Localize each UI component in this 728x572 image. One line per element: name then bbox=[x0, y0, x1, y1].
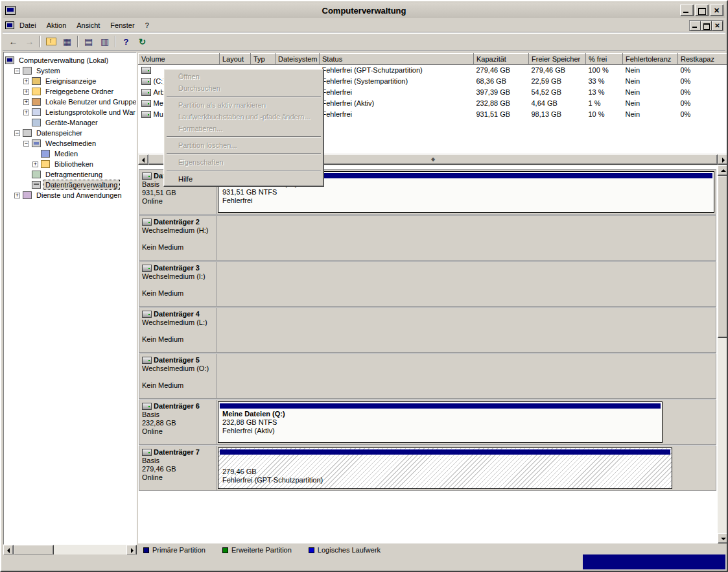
menu-item-oeffnen[interactable]: Öffnen bbox=[165, 71, 322, 82]
mdi-close-button[interactable] bbox=[712, 21, 723, 30]
expand-icon[interactable] bbox=[23, 110, 29, 115]
scrollbar-thumb[interactable] bbox=[718, 176, 728, 338]
show-hide-tree-icon[interactable] bbox=[60, 34, 75, 49]
disk-row-3[interactable]: Datenträger 3 Wechselmedium (I:) Kein Me… bbox=[139, 261, 716, 307]
menu-fenster[interactable]: Fenster bbox=[105, 19, 139, 31]
disk-state: Kein Medium bbox=[142, 243, 213, 252]
disk-info-box[interactable]: Datenträger 4 Wechselmedium (L:) Kein Me… bbox=[139, 308, 217, 352]
disk-pane-vertical-scrollbar[interactable] bbox=[718, 165, 728, 543]
tree-item-datentraegerverwaltung[interactable]: Datenträgerverwaltung bbox=[4, 180, 136, 190]
disk-partition-area bbox=[217, 216, 716, 260]
col-status[interactable]: Status bbox=[320, 54, 474, 65]
tree-item-freigegebene-ordner[interactable]: Freigegebene Ordner bbox=[4, 86, 136, 97]
tree-item-defragmentierung[interactable]: Defragmentierung bbox=[4, 169, 136, 180]
restore-button[interactable] bbox=[695, 5, 709, 16]
scroll-right-icon[interactable] bbox=[126, 545, 137, 555]
disk-row-5[interactable]: Datenträger 5 Wechselmedium (O:) Kein Me… bbox=[139, 353, 716, 399]
tree-item-medien[interactable]: Medien bbox=[4, 149, 136, 159]
menu-item-hilfe[interactable]: Hilfe bbox=[165, 173, 322, 185]
menu-item-formatieren[interactable]: Formatieren... bbox=[165, 123, 322, 134]
menu-datei[interactable]: Datei bbox=[14, 19, 41, 31]
scroll-right-icon[interactable] bbox=[718, 154, 728, 165]
removable-media-icon bbox=[32, 139, 41, 147]
disk-row-6[interactable]: Datenträger 6 Basis 232,88 GB Online Mei… bbox=[139, 399, 716, 445]
tree-item-lokale-benutzer[interactable]: Lokale Benutzer und Gruppe bbox=[4, 97, 136, 107]
menu-item-durchsuchen[interactable]: Durchsuchen bbox=[165, 82, 322, 94]
up-level-icon[interactable] bbox=[43, 34, 58, 49]
volume-kapazitaet: 279,46 GB bbox=[474, 65, 529, 76]
expand-icon[interactable] bbox=[23, 78, 29, 84]
scroll-up-icon[interactable] bbox=[718, 165, 728, 176]
scroll-down-icon[interactable] bbox=[718, 533, 728, 543]
col-freier-speicher[interactable]: Freier Speicher bbox=[529, 54, 586, 65]
forward-icon[interactable] bbox=[22, 34, 37, 49]
volume-fehlertoleranz: Nein bbox=[623, 98, 678, 109]
tree-item-computerverwaltung[interactable]: Computerverwaltung (Lokal) bbox=[4, 55, 136, 66]
tree-item-datenspeicher[interactable]: Datenspeicher bbox=[4, 128, 136, 138]
tree-item-wechselmedien[interactable]: Wechselmedien bbox=[4, 138, 136, 149]
menu-item-partition-aktiv[interactable]: Partition als aktiv markieren bbox=[165, 99, 322, 111]
expand-icon[interactable] bbox=[23, 89, 29, 95]
close-button[interactable] bbox=[710, 5, 723, 16]
collapse-icon[interactable] bbox=[14, 130, 20, 136]
disk-info-box[interactable]: Datenträger 5 Wechselmedium (O:) Kein Me… bbox=[139, 354, 217, 398]
col-typ[interactable]: Typ bbox=[251, 54, 276, 65]
help-icon[interactable] bbox=[119, 34, 134, 49]
menu-separator bbox=[167, 170, 321, 171]
menu-aktion[interactable]: Aktion bbox=[41, 19, 72, 31]
col-fehlertoleranz[interactable]: Fehlertoleranz bbox=[623, 54, 678, 65]
collapse-icon[interactable] bbox=[14, 68, 20, 74]
expand-icon[interactable] bbox=[32, 161, 38, 167]
disk-info-box[interactable]: Datenträger 3 Wechselmedium (I:) Kein Me… bbox=[139, 262, 217, 306]
menu-item-partition-loeschen[interactable]: Partition löschen... bbox=[165, 139, 322, 151]
menu-ansicht[interactable]: Ansicht bbox=[71, 19, 105, 31]
partition-meine-dateien[interactable]: Meine Dateien (Q:) 232,88 GB NTFS Fehler… bbox=[218, 401, 663, 443]
col-restkapaz[interactable]: Restkapaz bbox=[678, 54, 728, 65]
tree-item-dienste[interactable]: Dienste und Anwendungen bbox=[4, 190, 136, 200]
toolbar-separator bbox=[40, 36, 41, 47]
mdi-minimize-button[interactable] bbox=[690, 21, 701, 30]
menu-item-eigenschaften[interactable]: Eigenschaften bbox=[165, 156, 322, 168]
back-icon[interactable] bbox=[6, 34, 21, 49]
volume-icon bbox=[141, 100, 151, 107]
menu-hilfe[interactable]: ? bbox=[140, 19, 154, 31]
col-pct-frei[interactable]: % frei bbox=[586, 54, 623, 65]
tree-item-geraete-manager[interactable]: Geräte-Manager bbox=[4, 117, 136, 128]
disk-row-7[interactable]: Datenträger 7 Basis 279,46 GB Online 279… bbox=[139, 446, 716, 491]
volume-pct-frei: 100 % bbox=[586, 65, 623, 76]
tree-item-system[interactable]: System bbox=[4, 66, 136, 76]
title-bar[interactable]: Computerverwaltung bbox=[3, 3, 725, 18]
disk-info-box[interactable]: Datenträger 2 Wechselmedium (H:) Kein Me… bbox=[139, 216, 217, 260]
expand-icon[interactable] bbox=[14, 193, 20, 198]
storage-icon bbox=[23, 129, 32, 137]
disk-row-4[interactable]: Datenträger 4 Wechselmedium (L:) Kein Me… bbox=[139, 307, 716, 353]
menu-separator bbox=[167, 96, 321, 97]
partition-gpt-schutzpartition[interactable]: 279,46 GB Fehlerfrei (GPT-Schutzpartitio… bbox=[218, 447, 672, 489]
disk-icon bbox=[142, 449, 152, 456]
partition-size: 931,51 GB NTFS bbox=[218, 188, 714, 197]
col-volume[interactable]: Volume bbox=[139, 54, 220, 65]
disk-row-2[interactable]: Datenträger 2 Wechselmedium (H:) Kein Me… bbox=[139, 215, 716, 261]
scroll-left-icon[interactable] bbox=[138, 154, 148, 165]
tree-item-ereignisanzeige[interactable]: Ereignisanzeige bbox=[4, 76, 136, 86]
col-layout[interactable]: Layout bbox=[220, 54, 251, 65]
menu-item-laufwerkbuchstaben[interactable]: Laufwerkbuchstaben und -pfade ändern... bbox=[165, 111, 322, 123]
mdi-restore-button[interactable] bbox=[701, 21, 712, 30]
scrollbar-thumb[interactable] bbox=[14, 545, 54, 555]
refresh-icon[interactable] bbox=[135, 34, 150, 49]
export-list-icon[interactable] bbox=[97, 34, 112, 49]
col-kapazitaet[interactable]: Kapazität bbox=[474, 54, 529, 65]
scroll-left-icon[interactable] bbox=[3, 545, 14, 555]
col-dateisystem[interactable]: Dateisystem bbox=[276, 54, 320, 65]
tree-horizontal-scrollbar[interactable] bbox=[3, 545, 137, 555]
disk-info-box[interactable]: Datenträger 7 Basis 279,46 GB Online bbox=[139, 446, 217, 490]
minimize-button[interactable] bbox=[680, 5, 694, 16]
properties-icon[interactable] bbox=[81, 34, 96, 49]
collapse-icon[interactable] bbox=[23, 141, 29, 147]
disk-icon bbox=[142, 403, 152, 410]
disk-info-box[interactable]: Datenträger 6 Basis 232,88 GB Online bbox=[139, 400, 217, 444]
tree-item-bibliotheken[interactable]: Bibliotheken bbox=[4, 159, 136, 169]
expand-icon[interactable] bbox=[23, 99, 29, 105]
tree-item-leistungsprotokolle[interactable]: Leistungsprotokolle und War bbox=[4, 107, 136, 117]
disk-size: 279,46 GB bbox=[142, 465, 213, 473]
